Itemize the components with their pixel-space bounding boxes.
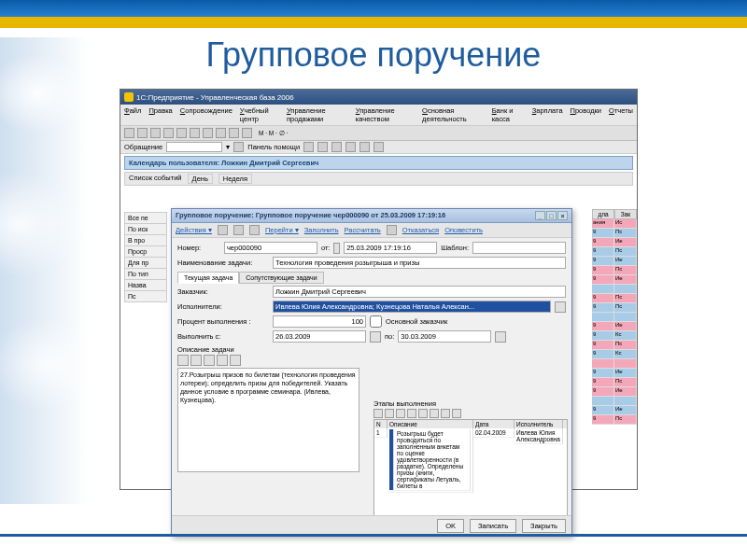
grid-row[interactable]: 9Ие — [592, 238, 637, 247]
stage-tool-icon[interactable] — [430, 409, 439, 418]
grid-row[interactable] — [592, 313, 637, 322]
subbar[interactable]: Обращение ▾ Панель помощи — [120, 141, 637, 154]
menu-item[interactable]: Отчеты — [609, 106, 633, 123]
menu-item[interactable]: Сопровождение — [180, 106, 233, 123]
notify-button[interactable]: Оповестить — [444, 226, 483, 234]
close-button[interactable]: Закрыть — [522, 519, 566, 533]
toolbar-icon[interactable] — [229, 128, 239, 138]
grid-row[interactable]: 9Пс — [592, 303, 637, 313]
toolbar-icon[interactable] — [216, 128, 226, 138]
stages-grid[interactable]: N Описание Дата Исполнитель 1 Розыгрыш б… — [374, 419, 568, 521]
toolbar-icon[interactable] — [317, 142, 328, 152]
toolbar-icon[interactable] — [345, 142, 356, 152]
toolbar-icon[interactable] — [331, 142, 342, 152]
main-customer-checkbox[interactable] — [370, 315, 382, 328]
pick-icon[interactable] — [555, 301, 566, 313]
grid-row[interactable]: 9Кс — [592, 350, 637, 359]
fill-button[interactable]: Заполнить — [304, 226, 339, 234]
stage-tool-icon[interactable] — [385, 409, 394, 418]
save-button[interactable]: Записать — [470, 519, 516, 533]
toolbar-icon[interactable] — [233, 225, 244, 235]
grid-row[interactable]: 9Пс — [592, 341, 637, 350]
goto-menu[interactable]: Перейти ▾ — [265, 226, 299, 234]
menu-item[interactable]: Файл — [124, 106, 141, 123]
edit-icon[interactable] — [190, 355, 202, 366]
grid-row[interactable]: 9Пс — [592, 229, 637, 238]
customer-field[interactable] — [273, 286, 566, 298]
toolbar-icon[interactable] — [374, 142, 384, 152]
stage-tool-icon[interactable] — [396, 409, 405, 418]
to-date-field[interactable] — [398, 330, 491, 343]
stage-row[interactable]: 1 Розыгрыш будет проводиться по заполнен… — [374, 428, 567, 520]
toolbar-icon[interactable] — [190, 128, 200, 138]
toolbar-icon[interactable] — [124, 128, 134, 138]
grid-row[interactable]: 9Кс — [592, 331, 637, 341]
calendar-icon[interactable] — [370, 331, 381, 343]
description-textarea[interactable]: 27.Розыгрыш призов по билетам (технологи… — [177, 368, 359, 472]
toolbar-icon[interactable] — [176, 128, 187, 138]
grid-row[interactable]: 9Ие — [592, 275, 637, 285]
menu-item[interactable]: Основная деятельность — [422, 106, 485, 123]
grid-row[interactable]: 9Ие — [592, 369, 637, 378]
menu-item[interactable]: Управление качеством — [356, 106, 415, 123]
grid-row[interactable]: 9Ие — [592, 387, 637, 397]
toolbar-icon[interactable] — [387, 225, 397, 235]
template-field[interactable] — [472, 242, 566, 254]
current-task-tab[interactable]: Текущая задача — [177, 272, 239, 284]
grid-row[interactable]: 9Ие — [592, 406, 637, 415]
toolbar-icon[interactable] — [218, 225, 228, 235]
dialog-titlebar[interactable]: Групповое поручение: Групповое поручение… — [172, 209, 571, 223]
grid-row[interactable]: анияИс — [592, 219, 637, 229]
task-tabs[interactable]: Текущая задача Сопутствующие задачи — [177, 272, 566, 284]
left-filter-tabs[interactable]: Все пеПо искВ проПросрДля прПо типНазваП… — [124, 212, 167, 301]
menu-item[interactable]: Управление продажами — [287, 106, 348, 123]
related-tasks-tab[interactable]: Сопутствующие задачи — [239, 272, 323, 284]
grid-row[interactable] — [592, 397, 637, 406]
number-field[interactable] — [224, 242, 317, 254]
date-field[interactable] — [344, 242, 437, 254]
minimize-icon[interactable]: _ — [535, 211, 545, 220]
grid-row[interactable]: 9Пс — [592, 378, 637, 387]
subbar-input[interactable] — [166, 142, 222, 152]
toolbar-icon[interactable] — [163, 128, 174, 138]
calendar-icon[interactable] — [333, 243, 340, 254]
actions-menu[interactable]: Действия ▾ — [176, 226, 212, 234]
grid-row[interactable]: 9Пс — [592, 266, 637, 275]
day-tab[interactable]: День — [188, 174, 213, 184]
toolbar-icon[interactable] — [303, 142, 314, 152]
toolbar-icon[interactable] — [242, 128, 252, 138]
toolbar-icon[interactable] — [150, 128, 161, 138]
toolbar-icon[interactable] — [203, 128, 213, 138]
percent-field[interactable] — [273, 315, 366, 328]
panel-icon[interactable] — [233, 142, 244, 152]
taskname-field[interactable] — [273, 257, 566, 269]
toolbar-icon[interactable] — [359, 142, 370, 152]
refuse-button[interactable]: Отказаться — [402, 226, 439, 234]
calc-button[interactable]: Рассчитать — [345, 226, 381, 234]
stages-toolbar[interactable] — [374, 409, 568, 418]
stage-tool-icon[interactable] — [418, 409, 428, 418]
dialog-toolbar[interactable]: Действия ▾ Перейти ▾ Заполнить Рассчитат… — [172, 223, 571, 238]
edit-icon[interactable] — [230, 355, 241, 366]
edit-icon[interactable] — [177, 355, 189, 366]
edit-icon[interactable] — [204, 355, 215, 366]
event-bar[interactable]: Список событий День Неделя — [124, 172, 633, 186]
close-icon[interactable]: × — [557, 211, 568, 220]
menubar[interactable]: ФайлПравкаСопровождениеУчебный центрУпра… — [120, 105, 637, 126]
menu-item[interactable]: Зарплата — [532, 106, 563, 123]
menu-item[interactable]: Правка — [148, 106, 172, 123]
edit-icon[interactable] — [217, 355, 228, 366]
stage-tool-icon[interactable] — [407, 409, 416, 418]
grid-row[interactable]: 9Пс — [592, 294, 637, 303]
toolbar-icon[interactable] — [137, 128, 148, 138]
main-toolbar[interactable]: M · M · ∅ · — [120, 126, 637, 141]
stage-tool-icon[interactable] — [452, 409, 461, 418]
menu-item[interactable]: Проводки — [571, 106, 602, 123]
calendar-icon[interactable] — [495, 331, 506, 343]
grid-row[interactable]: 9Пс — [592, 415, 637, 425]
filter-tab[interactable]: Пс — [124, 290, 167, 302]
grid-row[interactable] — [592, 359, 637, 369]
grid-row[interactable] — [592, 285, 637, 294]
panel-help[interactable]: Панель помощи — [247, 143, 300, 151]
menu-item[interactable]: Банк и касса — [492, 106, 525, 123]
